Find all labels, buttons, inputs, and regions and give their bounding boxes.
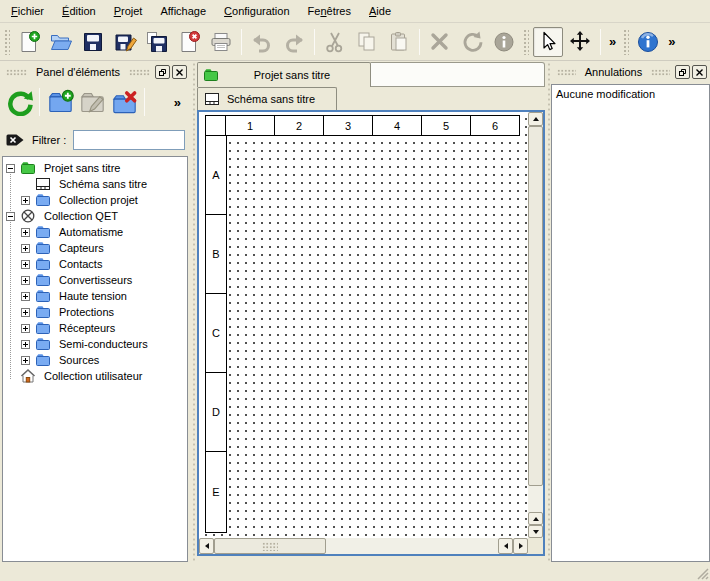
scroll-mode-button[interactable] bbox=[565, 27, 595, 57]
scroll-down-button[interactable] bbox=[528, 525, 543, 538]
menu-projet[interactable]: Projet bbox=[105, 2, 152, 20]
tree-item-label: Automatisme bbox=[59, 226, 123, 238]
cut-button[interactable] bbox=[320, 27, 350, 57]
scroll-up-button[interactable] bbox=[528, 112, 543, 126]
scroll-right-button[interactable] bbox=[513, 538, 528, 554]
paste-button[interactable] bbox=[384, 27, 414, 57]
object-info-button[interactable] bbox=[489, 27, 519, 57]
vertical-scroll-thumb[interactable] bbox=[528, 126, 543, 486]
reload-collections-button[interactable] bbox=[3, 86, 35, 118]
edit-category-button[interactable] bbox=[76, 86, 108, 118]
vertical-scroll-track[interactable] bbox=[528, 126, 543, 512]
float-panel-button[interactable] bbox=[155, 65, 170, 79]
open-document-button[interactable] bbox=[46, 27, 76, 57]
toolbar-overflow-chevron[interactable]: » bbox=[664, 34, 679, 49]
expander-spacer bbox=[6, 372, 15, 381]
filter-label: Filtrer : bbox=[32, 134, 66, 146]
horizontal-scroll-track[interactable] bbox=[214, 538, 498, 554]
new-document-button[interactable] bbox=[14, 27, 44, 57]
blue-folder-icon bbox=[35, 192, 51, 208]
tree-item-projet-sans-titre[interactable]: Projet sans titre bbox=[3, 160, 187, 176]
toolbar-overflow-chevron[interactable]: » bbox=[168, 95, 187, 110]
splitter-left[interactable] bbox=[190, 62, 197, 562]
close-panel-button[interactable] bbox=[692, 65, 707, 79]
tab-project[interactable]: Projet sans titre bbox=[197, 62, 371, 87]
toolbar-separator bbox=[39, 88, 40, 116]
menu-affichage[interactable]: Affichage bbox=[151, 2, 215, 20]
filter-input[interactable] bbox=[73, 130, 185, 150]
redo-button[interactable] bbox=[279, 27, 309, 57]
save-as-button[interactable] bbox=[110, 27, 140, 57]
dock-handle-dots[interactable] bbox=[557, 69, 576, 76]
tree-item-collection-utilisateur[interactable]: Collection utilisateur bbox=[3, 368, 187, 384]
dock-handle-dots[interactable] bbox=[6, 69, 27, 76]
blue-folder-icon bbox=[35, 352, 51, 368]
toolbar-drag-handle[interactable] bbox=[523, 29, 529, 55]
tree-item-collection-qet[interactable]: Collection QET bbox=[3, 208, 187, 224]
delete-button[interactable] bbox=[425, 27, 455, 57]
collapse-expander-icon[interactable] bbox=[6, 164, 15, 173]
diagram-canvas[interactable]: 123456 ABCDE bbox=[199, 112, 528, 538]
clear-filter-button[interactable] bbox=[5, 130, 25, 150]
scroll-left-button-2[interactable] bbox=[498, 538, 513, 554]
expand-expander-icon[interactable] bbox=[21, 340, 30, 349]
scroll-up-button-2[interactable] bbox=[528, 512, 543, 525]
expand-expander-icon[interactable] bbox=[21, 260, 30, 269]
tree-item-recepteurs[interactable]: Récepteurs bbox=[3, 320, 187, 336]
expand-expander-icon[interactable] bbox=[21, 196, 30, 205]
undo-button[interactable] bbox=[247, 27, 277, 57]
menu-fichier[interactable]: Fichier bbox=[2, 2, 53, 20]
rotate-button[interactable] bbox=[457, 27, 487, 57]
about-qet-button[interactable] bbox=[633, 27, 663, 57]
tree-item-convertisseurs[interactable]: Convertisseurs bbox=[3, 272, 187, 288]
resize-grip[interactable] bbox=[696, 567, 709, 580]
schema-icon bbox=[35, 176, 51, 192]
toolbar-overflow-chevron[interactable]: » bbox=[605, 34, 620, 49]
expand-expander-icon[interactable] bbox=[21, 292, 30, 301]
tree-item-automatisme[interactable]: Automatisme bbox=[3, 224, 187, 240]
expand-expander-icon[interactable] bbox=[21, 308, 30, 317]
toolbar-drag-handle[interactable] bbox=[4, 29, 10, 55]
tree-item-protections[interactable]: Protections bbox=[3, 304, 187, 320]
toolbar-drag-handle[interactable] bbox=[623, 29, 629, 55]
tree-item-schema-sans-titre[interactable]: Schéma sans titre bbox=[3, 176, 187, 192]
scroll-left-button[interactable] bbox=[199, 538, 214, 554]
vertical-scrollbar[interactable] bbox=[528, 112, 543, 538]
tree-item-sources[interactable]: Sources bbox=[3, 352, 187, 368]
expand-expander-icon[interactable] bbox=[21, 324, 30, 333]
tree-item-semi-conducteurs[interactable]: Semi-conducteurs bbox=[3, 336, 187, 352]
select-mode-button[interactable] bbox=[533, 27, 563, 57]
menu-configuration[interactable]: Configuration bbox=[215, 2, 298, 20]
delete-category-button[interactable] bbox=[108, 86, 140, 118]
menu-edition[interactable]: Édition bbox=[53, 2, 105, 20]
menu-fenetres[interactable]: Fenêtres bbox=[299, 2, 360, 20]
expand-expander-icon[interactable] bbox=[21, 356, 30, 365]
save-all-button[interactable] bbox=[142, 27, 172, 57]
horizontal-scrollbar[interactable] bbox=[199, 538, 528, 554]
tree-item-haute-tension[interactable]: Haute tension bbox=[3, 288, 187, 304]
collapse-expander-icon[interactable] bbox=[6, 212, 15, 221]
print-button[interactable] bbox=[206, 27, 236, 57]
save-button[interactable] bbox=[78, 27, 108, 57]
close-panel-button[interactable] bbox=[172, 65, 187, 79]
dock-handle-dots[interactable] bbox=[651, 69, 670, 76]
tree-item-contacts[interactable]: Contacts bbox=[3, 256, 187, 272]
float-panel-button[interactable] bbox=[675, 65, 690, 79]
new-category-button[interactable] bbox=[44, 86, 76, 118]
close-document-button[interactable] bbox=[174, 27, 204, 57]
tree-item-collection-projet[interactable]: Collection projet bbox=[3, 192, 187, 208]
collections-tree[interactable]: Projet sans titreSchéma sans titreCollec… bbox=[2, 156, 188, 562]
tab-schema[interactable]: Schéma sans titre bbox=[197, 87, 337, 110]
column-header-3: 3 bbox=[324, 116, 373, 135]
expand-expander-icon[interactable] bbox=[21, 276, 30, 285]
expand-expander-icon[interactable] bbox=[21, 228, 30, 237]
menu-aide[interactable]: Aide bbox=[360, 2, 400, 20]
undo-list-item[interactable]: Aucune modification bbox=[554, 86, 707, 102]
horizontal-scroll-thumb[interactable] bbox=[214, 538, 326, 554]
dock-handle-dots[interactable] bbox=[129, 69, 150, 76]
expand-expander-icon[interactable] bbox=[21, 244, 30, 253]
column-header-1: 1 bbox=[226, 116, 275, 135]
tree-item-capteurs[interactable]: Capteurs bbox=[3, 240, 187, 256]
copy-button[interactable] bbox=[352, 27, 382, 57]
elements-panel-title: Panel d'éléments bbox=[30, 66, 126, 78]
